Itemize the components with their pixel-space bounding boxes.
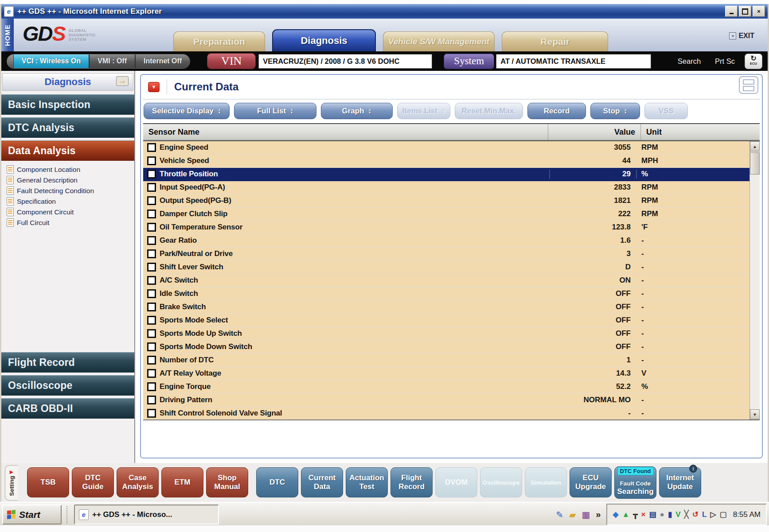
row-checkbox[interactable] bbox=[147, 316, 156, 325]
table-row-vehicle-speed[interactable]: Vehicle Speed44MPH bbox=[143, 155, 749, 168]
table-row-number-of-dtc[interactable]: Number of DTC1- bbox=[143, 354, 749, 367]
row-checkbox[interactable] bbox=[147, 329, 156, 338]
row-checkbox[interactable] bbox=[147, 210, 156, 218]
tray-pda-icon[interactable]: ◆ bbox=[613, 511, 618, 519]
system-button[interactable]: System bbox=[444, 54, 494, 69]
toolbar-button-full-list[interactable]: Full List▲▼ bbox=[234, 103, 316, 119]
bottom-button-internet-update[interactable]: iInternetUpdate bbox=[659, 467, 701, 497]
sidebar-collapse-icon[interactable]: → bbox=[116, 76, 129, 86]
scrollbar-thumb[interactable] bbox=[750, 152, 760, 175]
row-checkbox[interactable] bbox=[147, 263, 156, 272]
toolbar-button-selective-display[interactable]: Selective Display▲▼ bbox=[144, 103, 230, 119]
sidebar-subitem-full-circuit[interactable]: Full Circuit bbox=[7, 218, 133, 227]
start-button[interactable]: Start bbox=[2, 505, 62, 524]
setting-tab[interactable]: ▶ Setting bbox=[5, 465, 18, 501]
bottom-button-case-analysis[interactable]: CaseAnalysis bbox=[117, 467, 159, 497]
tray-network-error-icon[interactable]: × bbox=[641, 511, 646, 519]
system-value-field[interactable]: AT / AUTOMATIC TRANSAXLE bbox=[496, 54, 651, 69]
row-checkbox[interactable] bbox=[147, 289, 156, 298]
row-checkbox[interactable] bbox=[147, 382, 156, 391]
table-row-sports-mode-up-switch[interactable]: Sports Mode Up SwitchOFF- bbox=[143, 327, 749, 341]
table-row-engine-torque[interactable]: Engine Torque52.2% bbox=[143, 381, 749, 394]
row-checkbox[interactable] bbox=[147, 249, 156, 258]
row-checkbox[interactable] bbox=[147, 143, 156, 152]
taskbar-window-button[interactable]: e ++ GDS ++ - Microso... bbox=[74, 505, 219, 524]
table-row-shift-control-solenoid-valve-signal[interactable]: Shift Control Solenoid Valve Signal-- bbox=[143, 407, 749, 419]
row-checkbox[interactable] bbox=[147, 369, 156, 378]
exit-button[interactable]: × EXIT bbox=[729, 32, 754, 40]
row-checkbox[interactable] bbox=[147, 236, 156, 245]
table-row-park-neutral-or-drive[interactable]: Park/Neutral or Drive3- bbox=[143, 248, 749, 261]
compose-icon[interactable]: ✎ bbox=[556, 509, 563, 520]
close-button[interactable]: × bbox=[753, 6, 765, 17]
table-row-sports-mode-down-switch[interactable]: Sports Mode Down SwitchOFF- bbox=[143, 341, 749, 354]
scroll-up-icon[interactable]: ▲ bbox=[750, 141, 760, 151]
vci-status[interactable]: VCI : Wireless On bbox=[14, 54, 89, 68]
sidebar-subitem-fault-detecting-condition[interactable]: Fault Detecting Condition bbox=[7, 186, 133, 195]
sidebar-subitem-specification[interactable]: Specification bbox=[7, 197, 133, 206]
tray-display-icon[interactable]: ▢ bbox=[720, 511, 727, 519]
tab-diagnosis[interactable]: Diagnosis bbox=[272, 29, 376, 51]
row-checkbox[interactable] bbox=[147, 409, 156, 418]
toolbar-button-record[interactable]: Record bbox=[527, 103, 586, 119]
sidebar-item-carb-obd-ii[interactable]: CARB OBD-II bbox=[1, 398, 134, 419]
table-row-a-t-relay-voltage[interactable]: A/T Relay Voltage14.3V bbox=[143, 367, 749, 381]
tray-sync-icon[interactable]: ↺ bbox=[692, 511, 699, 519]
sidebar-subitem-general-description[interactable]: General Description bbox=[7, 176, 133, 184]
tray-battery-icon[interactable]: ▮ bbox=[668, 511, 672, 519]
print-screen-link[interactable]: Prt Sc bbox=[715, 57, 735, 66]
tray-wireless-icon[interactable]: ▲ bbox=[622, 511, 630, 519]
bottom-button-ecu-upgrade[interactable]: ECUUpgrade bbox=[570, 467, 612, 497]
sidebar-item-basic-inspection[interactable]: Basic Inspection bbox=[1, 94, 134, 115]
bottom-button-current-data[interactable]: CurrentData bbox=[301, 467, 343, 497]
image-viewer-icon[interactable]: ▦ bbox=[582, 509, 590, 520]
sidebar-item-oscilloscope[interactable]: Oscilloscope bbox=[1, 375, 134, 396]
row-checkbox[interactable] bbox=[147, 183, 156, 192]
bottom-button-tsb[interactable]: TSB bbox=[27, 467, 69, 497]
tray-voltage-icon[interactable]: V bbox=[675, 511, 680, 519]
bottom-button-dtc[interactable]: DTC bbox=[256, 467, 298, 497]
table-row-gear-ratio[interactable]: Gear Ratio1.6- bbox=[143, 234, 749, 248]
tray-language-bar-icon[interactable]: L bbox=[702, 511, 707, 519]
table-row-engine-speed[interactable]: Engine Speed3055RPM bbox=[143, 141, 749, 155]
collapse-dropdown-icon[interactable]: ▼ bbox=[148, 82, 160, 92]
row-checkbox[interactable] bbox=[147, 156, 156, 165]
bottom-button-etm[interactable]: ETM bbox=[161, 467, 203, 497]
search-link[interactable]: Search bbox=[678, 57, 701, 66]
tab-repair[interactable]: Repair bbox=[502, 31, 608, 51]
bottom-button-actuation-test[interactable]: ActuationTest bbox=[346, 467, 388, 497]
table-row-a-c-switch[interactable]: A/C SwitchON- bbox=[143, 274, 749, 287]
maximize-button[interactable] bbox=[739, 6, 751, 17]
ecu-refresh-icon[interactable]: ↻ ECU bbox=[745, 54, 762, 69]
toolbar-button-stop[interactable]: Stop▲▼ bbox=[590, 103, 640, 119]
tray-speaker-icon[interactable]: ● bbox=[660, 511, 664, 519]
table-row-input-speed-pg-a[interactable]: Input Speed(PG-A)2833RPM bbox=[143, 181, 749, 194]
sidebar-subitem-component-location[interactable]: Component Location bbox=[7, 165, 133, 174]
row-checkbox[interactable] bbox=[147, 356, 156, 365]
tray-pointer-icon[interactable]: ▷ bbox=[710, 511, 716, 519]
bottom-button-dtc-guide[interactable]: DTCGuide bbox=[72, 467, 114, 497]
row-checkbox[interactable] bbox=[147, 170, 156, 179]
table-row-oil-temperature-sensor[interactable]: Oil Temperature Sensor123.8'F bbox=[143, 221, 749, 234]
row-checkbox[interactable] bbox=[147, 396, 156, 404]
report-list-icon[interactable] bbox=[739, 76, 758, 94]
tab-vehicle-s-w-management[interactable]: Vehicle S/W Management bbox=[383, 31, 495, 51]
chevron-expand-icon[interactable]: » bbox=[596, 509, 601, 520]
tab-preparation[interactable]: Preparation bbox=[173, 31, 265, 51]
table-scrollbar[interactable]: ▲ ▼ bbox=[749, 141, 760, 419]
sidebar-item-data-analysis[interactable]: Data Analysis bbox=[1, 140, 134, 161]
minimize-button[interactable] bbox=[725, 6, 738, 17]
table-row-damper-clutch-slip[interactable]: Damper Clutch Slip222RPM bbox=[143, 208, 749, 221]
table-row-brake-switch[interactable]: Brake SwitchOFF- bbox=[143, 301, 749, 314]
internet-status[interactable]: Internet Off bbox=[135, 54, 190, 68]
table-row-throttle-position[interactable]: Throttle Position29% bbox=[143, 168, 749, 181]
folder-icon[interactable]: ▰ bbox=[569, 509, 576, 520]
row-checkbox[interactable] bbox=[147, 303, 156, 311]
bottom-button-shop-manual[interactable]: ShopManual bbox=[206, 467, 248, 497]
row-checkbox[interactable] bbox=[147, 276, 156, 285]
tray-power-plug-icon[interactable]: ┳ bbox=[633, 511, 637, 519]
tray-tools-icon[interactable]: ╳ bbox=[684, 511, 689, 519]
sidebar-subitem-component-circuit[interactable]: Component Circuit bbox=[7, 208, 133, 216]
table-row-output-speed-pg-b[interactable]: Output Speed(PG-B)1821RPM bbox=[143, 194, 749, 208]
vin-button[interactable]: VIN bbox=[207, 53, 256, 69]
